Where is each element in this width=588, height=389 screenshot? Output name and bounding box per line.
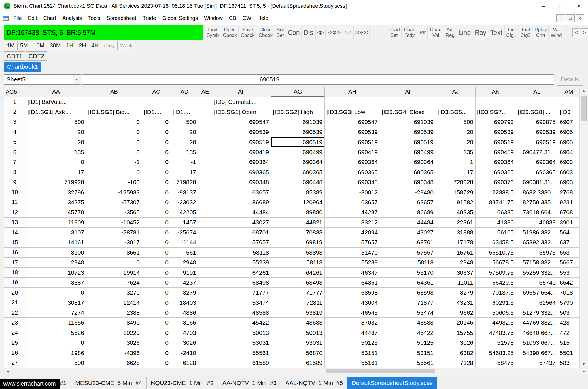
cell-ah17[interactable]: 55239	[325, 258, 380, 268]
cell-ab17[interactable]: 0	[86, 258, 142, 268]
row-header-9[interactable]: 9	[4, 177, 26, 187]
cell-am14[interactable]: 564	[558, 228, 579, 237]
timeframe-30m-button[interactable]: 30M	[47, 41, 64, 50]
cell-aa2[interactable]: [ID1.SG1] Ask ...	[26, 107, 86, 117]
column-header-aj[interactable]: AJ	[436, 87, 476, 97]
cell-ah9[interactable]: 690348	[325, 177, 380, 187]
cell-ak26[interactable]: 54683.25	[476, 348, 516, 358]
cell-ak25[interactable]: 51578	[476, 338, 516, 348]
chart-values-button[interactable]: ChartVal	[428, 26, 443, 39]
cell-ae25[interactable]	[198, 338, 212, 348]
cell-aj7[interactable]: 1	[436, 157, 476, 167]
cell-ab22[interactable]: -2388	[86, 308, 142, 318]
cell-aj24[interactable]: 15755	[436, 328, 476, 338]
timeframe-1m-button[interactable]: 1M	[4, 41, 18, 50]
cell-af26[interactable]: 55561	[212, 348, 271, 358]
menu-item-tools[interactable]: Tools	[85, 15, 103, 21]
cell-ag20[interactable]: 71777	[271, 288, 325, 298]
cell-ab18[interactable]: -19914	[86, 268, 142, 277]
cell-ae21[interactable]	[198, 298, 212, 308]
cell-af3[interactable]: 690547	[212, 117, 271, 127]
cell-ac8[interactable]: 0	[142, 167, 171, 177]
cell-aa9[interactable]: 719928	[26, 177, 86, 187]
maximize-button[interactable]: □	[553, 0, 570, 12]
cell-ah7[interactable]: 690364	[325, 157, 380, 167]
tab-cdt1[interactable]: CDT1	[4, 51, 25, 61]
horizontal-scrollbar-thumb[interactable]	[326, 369, 435, 373]
cell-af6[interactable]: 690419	[212, 147, 271, 157]
cell-aj20[interactable]: 3279	[436, 288, 476, 298]
cell-af16[interactable]: 58118	[212, 248, 271, 258]
cell-ab12[interactable]: -3565	[86, 207, 142, 217]
cell-ac9[interactable]: 0	[142, 177, 171, 187]
bottom-tab-aal-nqtv-1-min-5[interactable]: AAL-NQTV 1 Min #5	[281, 377, 347, 389]
cell-ai5[interactable]: 690519	[380, 137, 436, 147]
cell-ae1[interactable]	[198, 97, 212, 107]
cell-af25[interactable]: 53031	[212, 338, 271, 348]
cell-ag19[interactable]: 68498	[271, 278, 325, 288]
cell-ai8[interactable]: 690365	[380, 167, 436, 177]
cell-aa27[interactable]: 500	[26, 358, 86, 368]
cell-ab25[interactable]: -3026	[86, 338, 142, 348]
cell-aa25[interactable]: 0	[26, 338, 86, 348]
connect-button[interactable]: Con	[286, 26, 301, 39]
cell-ac27[interactable]: 0	[142, 358, 171, 368]
cell-ai14[interactable]: 43027	[380, 228, 436, 237]
cell-af22[interactable]: 48588	[212, 308, 271, 318]
cell-ab16[interactable]: -8661	[86, 248, 142, 258]
cell-ag8[interactable]: 690365	[271, 167, 325, 177]
cell-ag26[interactable]: 56870	[271, 348, 325, 358]
menu-item-analysis[interactable]: Analysis	[59, 15, 85, 21]
cell-ac16[interactable]: 0	[142, 248, 171, 258]
cell-aa14[interactable]: 3107	[26, 228, 86, 237]
row-header-10[interactable]: 10	[4, 187, 26, 197]
cell-aj13[interactable]: 22361	[436, 218, 476, 228]
cell-ah2[interactable]: [ID3.SG3] Low	[325, 107, 380, 117]
cell-aa13[interactable]: 11909	[26, 218, 86, 228]
cell-ak16[interactable]: 56510.75	[476, 248, 516, 258]
cell-ai26[interactable]: 53151	[380, 348, 436, 358]
cell-am11[interactable]: 9231	[558, 197, 579, 207]
cell-af27[interactable]: 61589	[212, 358, 271, 368]
ray-tool-button[interactable]: Ray	[473, 26, 488, 39]
row-header-18[interactable]: 18	[4, 268, 26, 277]
cell-aj26[interactable]: 6382	[436, 348, 476, 358]
cell-af11[interactable]: 86689	[212, 197, 271, 207]
cell-aj5[interactable]: 20	[436, 137, 476, 147]
row-header-24[interactable]: 24	[4, 328, 26, 338]
cell-ag23[interactable]: 48688	[271, 318, 325, 328]
cell-ak13[interactable]: 41386	[476, 218, 516, 228]
cell-ad11[interactable]: -23032	[171, 197, 198, 207]
cell-ac18[interactable]: 0	[142, 268, 171, 277]
cell-ag3[interactable]: 691039	[271, 117, 325, 127]
cell-ak7[interactable]: 690364	[476, 157, 516, 167]
cell-aa26[interactable]: 1986	[26, 348, 86, 358]
cell-ai1[interactable]	[380, 97, 436, 107]
cell-ad17[interactable]: 2948	[171, 258, 198, 268]
bottom-tab-nqu23-cme-1-min-2[interactable]: NQU23-CME 1 Min #2	[147, 377, 218, 389]
line-tool-button[interactable]: Line	[457, 26, 472, 39]
cell-am3[interactable]: 6907	[558, 117, 579, 127]
cell-aa18[interactable]: 10723	[26, 268, 86, 277]
cell-ae15[interactable]	[198, 237, 212, 247]
name-box[interactable]: AG5	[4, 87, 26, 97]
cell-ad1[interactable]	[171, 97, 198, 107]
cell-aa6[interactable]: 135	[26, 147, 86, 157]
find-symbol-button[interactable]: FindSymb	[205, 26, 220, 39]
cell-ag5[interactable]: 690519	[271, 137, 325, 147]
cell-ae9[interactable]	[198, 177, 212, 187]
bottom-tab-mesu23-cme-5-min-4[interactable]: MESU23-CME 5 Min #4	[71, 377, 147, 389]
menu-item-spreadsheet[interactable]: Spreadsheet	[103, 15, 139, 21]
row-header-7[interactable]: 7	[4, 157, 26, 167]
cell-ag24[interactable]: 50013	[271, 328, 325, 338]
bottom-tab-defaultspreadsheetstudy-scss[interactable]: DefaultSpreadsheetStudy.scss	[347, 377, 437, 389]
row-header-11[interactable]: 11	[4, 197, 26, 207]
cell-ae19[interactable]	[198, 278, 212, 288]
cell-al26[interactable]: 54390.667...	[516, 348, 558, 358]
cell-ac1[interactable]	[142, 97, 171, 107]
cell-aa3[interactable]: 500	[26, 117, 86, 127]
cell-ae17[interactable]	[198, 258, 212, 268]
cell-aa21[interactable]: 30817	[26, 298, 86, 308]
cell-ak20[interactable]: 70187.5	[476, 288, 516, 298]
cell-ag10[interactable]: 85389	[271, 187, 325, 197]
